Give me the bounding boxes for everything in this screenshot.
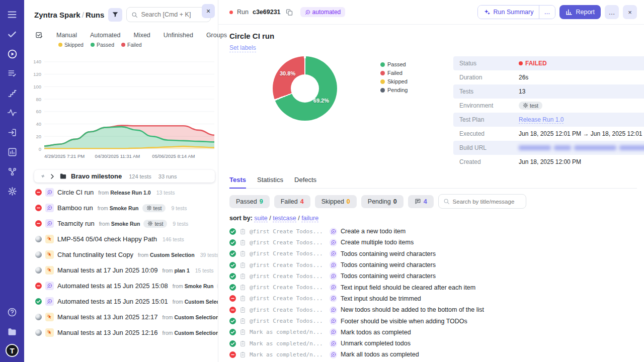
sidebar-item-play-circle[interactable]: [5, 46, 20, 61]
test-title[interactable]: Footer should be visible when adding TOD…: [341, 318, 467, 325]
sidebar-item-activity[interactable]: [5, 105, 20, 120]
test-row[interactable]: @first Create Todos... Footer should be …: [229, 315, 637, 326]
test-title[interactable]: Create multiple todo items: [341, 239, 414, 246]
run-list-item[interactable]: Manual tests at 13 Jun 2025 12:17from Cu…: [28, 309, 218, 325]
panel-close-button[interactable]: ×: [202, 4, 215, 18]
runs-tab-automated[interactable]: Automated: [90, 32, 120, 39]
breadcrumb-project[interactable]: Zyntra Spark: [34, 11, 80, 19]
donut-legend-passed[interactable]: Passed: [380, 61, 436, 67]
test-title[interactable]: Todos containing weird characters: [341, 250, 436, 257]
test-row[interactable]: @first Create Todos... Create a new todo…: [229, 226, 637, 237]
test-row[interactable]: @first Create Todos... Todos containing …: [229, 259, 637, 270]
run-name[interactable]: LMP-554 05/04 check Happy Path: [57, 235, 157, 243]
legend-item-passed[interactable]: Passed: [91, 42, 114, 47]
sidebar-item-folder[interactable]: [5, 324, 20, 339]
runs-search[interactable]: [126, 7, 211, 22]
donut-legend-failed[interactable]: Failed: [380, 70, 436, 76]
tab-tests[interactable]: Tests: [229, 176, 246, 189]
run-list-item[interactable]: Automated tests at 15 Jun 2025 15:08from…: [28, 278, 218, 294]
test-title[interactable]: New todos should be added to the bottom …: [341, 306, 484, 313]
run-name[interactable]: Chat functinality test Copy: [57, 251, 133, 258]
filter-pill-failed[interactable]: Failed 4: [274, 195, 310, 208]
test-title[interactable]: Todos containing weird characters: [341, 261, 436, 268]
test-suite[interactable]: @first Create Todos...: [250, 250, 326, 257]
sidebar-item-menu[interactable]: [5, 7, 20, 22]
sidebar-item-bar-chart[interactable]: [5, 144, 20, 159]
run-name[interactable]: Manual tests at 17 Jun 2025 10:09: [57, 266, 157, 274]
run-name[interactable]: Automated tests at 15 Jun 2025 15:08: [57, 282, 168, 290]
runs-tab-groups[interactable]: Groups: [206, 32, 227, 39]
run-list-item[interactable]: Manual tests at 17 Jun 2025 10:09from pl…: [28, 262, 218, 278]
test-suite[interactable]: Mark as completed/n...: [250, 329, 326, 335]
test-title[interactable]: Text input field should be cleared after…: [341, 284, 475, 291]
test-row[interactable]: @first Create Todos... Text input should…: [229, 293, 637, 304]
test-suite[interactable]: Mark as completed/n...: [250, 340, 326, 347]
run-list-item[interactable]: Manual tests at 13 Jun 2025 12:16from Cu…: [28, 325, 218, 340]
run-list-item[interactable]: LMP-554 05/04 check Happy Path146 tests: [28, 231, 218, 247]
run-wizard-icon[interactable]: [35, 31, 43, 39]
sort-by-suite[interactable]: suite: [254, 215, 267, 222]
test-row[interactable]: Mark as completed/n... Mark todos as com…: [229, 327, 637, 338]
test-title[interactable]: Todos containing weird characters: [341, 273, 436, 280]
test-title[interactable]: Create a new todo item: [341, 228, 406, 235]
sort-by-failure[interactable]: failure: [301, 215, 318, 222]
test-plan-link[interactable]: Release Run 1.0: [519, 116, 564, 123]
filter-pill-pending[interactable]: Pending 0: [361, 195, 404, 208]
filter-pill-skipped[interactable]: Skipped 0: [315, 195, 357, 208]
run-list-item[interactable]: Teamcity runfrom Smoke Runtest9 tests: [28, 216, 218, 231]
run-name[interactable]: Bamboo run: [57, 204, 93, 212]
run-list-item[interactable]: Chat functinality test Copyfrom Custom S…: [28, 247, 218, 262]
chevron-right-icon[interactable]: [49, 173, 55, 179]
test-row[interactable]: @first Create Todos... Todos containing …: [229, 248, 637, 259]
runs-search-input[interactable]: [141, 11, 206, 18]
more-actions-button[interactable]: …: [605, 5, 619, 19]
filter-pill-passed[interactable]: Passed 9: [229, 195, 270, 208]
legend-item-failed[interactable]: Failed: [121, 42, 142, 47]
donut-legend-pending[interactable]: Pending: [380, 87, 436, 93]
test-row[interactable]: @first Create Todos... Text input field …: [229, 282, 637, 293]
sidebar-item-check[interactable]: [5, 27, 20, 42]
run-list-item[interactable]: Bamboo runfrom Smoke Runtest9 tests: [28, 200, 218, 216]
sidebar-item-gear[interactable]: [5, 184, 20, 199]
runs-tab-mixed[interactable]: Mixed: [133, 32, 150, 39]
test-row[interactable]: @first Create Todos... Todos containing …: [229, 270, 637, 282]
test-row[interactable]: Mark as completed/n... Mark all todos as…: [229, 349, 637, 360]
test-title[interactable]: Unmark completed todos: [341, 340, 411, 347]
sidebar-item-import[interactable]: [5, 125, 20, 140]
test-search-input[interactable]: [453, 199, 521, 205]
legend-item-skipped[interactable]: Skipped: [58, 42, 84, 47]
sidebar-item-branch[interactable]: [5, 164, 20, 179]
run-list-item[interactable]: Automated tests at 15 Jun 2025 15:01from…: [28, 294, 218, 309]
run-name[interactable]: Teamcity run: [57, 220, 95, 227]
test-suite[interactable]: @first Create Todos...: [250, 239, 326, 246]
donut-legend-skipped[interactable]: Skipped: [380, 78, 436, 84]
close-run-button[interactable]: ×: [623, 5, 637, 19]
run-name[interactable]: Circle CI run: [57, 189, 94, 196]
test-row[interactable]: Mark as completed/n... Unmark completed …: [229, 338, 637, 349]
run-name[interactable]: Automated tests at 15 Jun 2025 15:01: [57, 298, 168, 305]
test-suite[interactable]: @first Create Todos...: [250, 284, 326, 291]
test-suite[interactable]: @first Create Todos...: [250, 273, 326, 280]
milestone-name[interactable]: Bravo milestone: [71, 172, 122, 180]
set-labels-link[interactable]: Set labels: [229, 44, 256, 52]
sidebar-item-stairs[interactable]: [5, 85, 20, 101]
test-suite[interactable]: @first Create Todos...: [250, 295, 326, 302]
sidebar-item-help[interactable]: [5, 305, 20, 320]
filter-pill-comments[interactable]: 4: [408, 195, 434, 208]
test-title[interactable]: Text input should be trimmed: [341, 295, 421, 302]
test-suite[interactable]: @first Create Todos...: [250, 262, 326, 268]
pin-icon[interactable]: [39, 172, 46, 180]
run-list-item[interactable]: Circle CI runfrom Release Run 1.013 test…: [28, 185, 218, 200]
test-suite[interactable]: Mark as completed/n...: [250, 351, 326, 358]
milestone-row[interactable]: Bravo milestone 124 tests 33 runs: [34, 170, 215, 183]
sidebar-item-list-check[interactable]: [5, 66, 20, 81]
run-summary-more-button[interactable]: …: [539, 6, 555, 19]
run-name[interactable]: Manual tests at 13 Jun 2025 12:17: [57, 313, 157, 321]
run-summary-button[interactable]: Run Summary: [478, 6, 539, 19]
test-row[interactable]: @first Create Todos... Create multiple t…: [229, 237, 637, 248]
tab-statistics[interactable]: Statistics: [257, 176, 283, 188]
test-title[interactable]: Mark todos as completed: [341, 329, 411, 336]
test-title[interactable]: Mark all todos as completed: [341, 351, 419, 358]
run-name[interactable]: Manual tests at 13 Jun 2025 12:16: [57, 329, 157, 336]
app-logo[interactable]: T: [6, 344, 19, 357]
